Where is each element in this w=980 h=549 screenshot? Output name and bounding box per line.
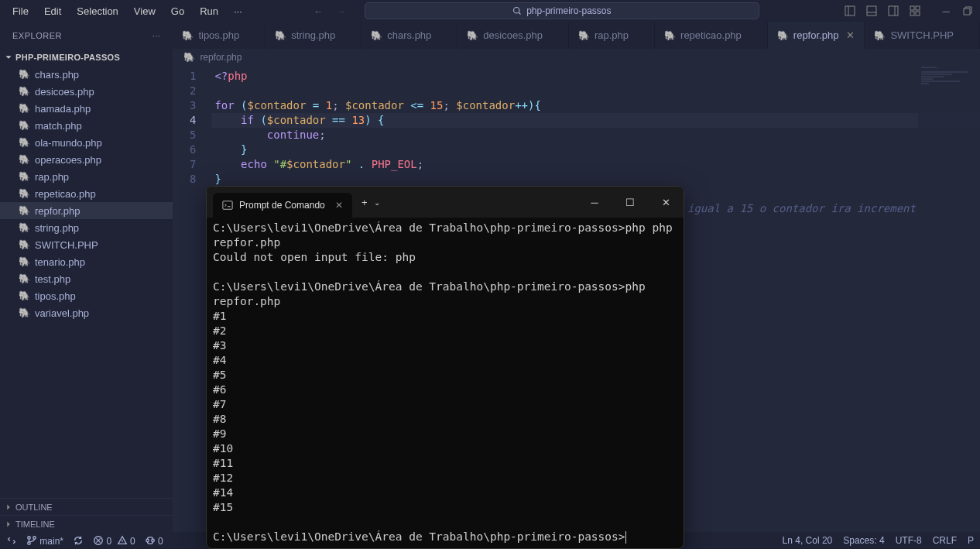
layout-panel-icon[interactable] <box>865 5 878 17</box>
editor-tab[interactable]: 🐘rap.php✕ <box>569 22 655 49</box>
command-center[interactable]: php-primeiro-passos <box>365 2 759 19</box>
php-icon: 🐘 <box>371 30 382 41</box>
file-item[interactable]: 🐘match.php <box>0 117 173 134</box>
code-line[interactable]: for ($contador = 1; $contador <= 15; $co… <box>211 98 980 113</box>
terminal-minimize-icon[interactable]: ─ <box>577 190 612 214</box>
file-name: tenario.php <box>35 256 85 268</box>
file-item[interactable]: 🐘repeticao.php <box>0 185 173 202</box>
terminal-dropdown-icon[interactable]: ⌄ <box>374 198 380 207</box>
php-icon: 🐘 <box>182 30 194 41</box>
menu-view[interactable]: View <box>128 2 162 20</box>
editor-tab[interactable]: 🐘desicoes.php✕ <box>457 22 569 49</box>
code-line[interactable]: } <box>211 172 980 187</box>
svg-rect-5 <box>916 6 920 10</box>
php-icon: 🐘 <box>19 188 30 199</box>
cursor-position[interactable]: Ln 4, Col 20 <box>783 535 833 546</box>
php-icon: 🐘 <box>874 30 886 41</box>
code-line[interactable] <box>211 84 980 98</box>
code-line[interactable]: continue; <box>211 128 980 142</box>
editor-tab[interactable]: 🐘repeticao.php✕ <box>655 22 768 49</box>
timeline-section[interactable]: TIMELINE <box>0 515 173 532</box>
cmd-icon <box>222 200 233 211</box>
php-icon: 🐘 <box>19 120 30 131</box>
menu-file[interactable]: File <box>6 2 35 20</box>
file-item[interactable]: 🐘string.php <box>0 219 173 236</box>
editor-tab[interactable]: 🐘tipos.php✕ <box>173 22 266 49</box>
git-sync[interactable]: 0↓ 0↑ <box>73 535 84 547</box>
line-number: 1 <box>173 69 196 84</box>
folder-header[interactable]: PHP-PRIMEIRO-PASSOS <box>0 49 173 66</box>
line-number: 3 <box>173 98 196 113</box>
svg-rect-2 <box>867 6 876 15</box>
eol[interactable]: CRLF <box>933 535 957 546</box>
file-item[interactable]: 🐘tipos.php <box>0 287 173 304</box>
window-minimize-icon[interactable]: ─ <box>940 5 952 17</box>
tab-label: desicoes.php <box>483 29 543 41</box>
file-item[interactable]: 🐘repfor.php <box>0 202 173 219</box>
file-name: rap.php <box>35 171 69 183</box>
code-line[interactable]: } <box>211 142 980 157</box>
file-item[interactable]: 🐘variavel.php <box>0 304 173 321</box>
layout-primary-icon[interactable] <box>844 5 856 17</box>
window-restore-icon[interactable] <box>961 5 974 17</box>
code-comment: or ou igual a 15 o contador ira incremen… <box>648 202 916 214</box>
timeline-label: TIMELINE <box>15 520 55 529</box>
php-icon: 🐘 <box>777 30 789 41</box>
file-item[interactable]: 🐘hamada.php <box>0 100 173 117</box>
php-icon: 🐘 <box>275 30 286 41</box>
terminal-tab[interactable]: Prompt de Comando ✕ <box>213 193 352 218</box>
terminal-tab-close-icon[interactable]: ✕ <box>335 200 343 211</box>
problems[interactable]: 0 0 <box>93 535 135 547</box>
menu-selection[interactable]: Selection <box>70 2 124 20</box>
menu-go[interactable]: Go <box>165 2 190 20</box>
file-item[interactable]: 🐘operacoes.php <box>0 151 173 168</box>
svg-rect-4 <box>910 6 914 10</box>
file-item[interactable]: 🐘tenario.php <box>0 253 173 270</box>
editor-tab[interactable]: 🐘repfor.php✕ <box>768 22 865 49</box>
indentation[interactable]: Spaces: 4 <box>843 535 884 546</box>
code-line[interactable]: echo "#$contador" . PHP_EOL; <box>211 157 980 172</box>
file-item[interactable]: 🐘chars.php <box>0 66 173 83</box>
nav-forward-icon[interactable]: → <box>336 5 346 17</box>
minimap[interactable] <box>918 66 980 221</box>
php-icon: 🐘 <box>19 205 30 216</box>
editor-tab[interactable]: 🐘SWITCH.PHP✕ <box>865 22 980 49</box>
layout-customize-icon[interactable] <box>909 5 921 17</box>
breadcrumb[interactable]: 🐘 repfor.php <box>173 49 980 66</box>
terminal-maximize-icon[interactable]: ☐ <box>612 190 648 214</box>
file-item[interactable]: 🐘rap.php <box>0 168 173 185</box>
php-icon: 🐘 <box>19 290 30 301</box>
tab-label: SWITCH.PHP <box>890 29 954 41</box>
code-line[interactable]: if ($contador == 13) { <box>211 113 980 128</box>
git-branch[interactable]: main* <box>26 535 63 547</box>
menu-edit[interactable]: Edit <box>38 2 67 20</box>
remote-icon[interactable] <box>6 535 17 546</box>
code-line[interactable]: <?php <box>211 69 980 84</box>
svg-point-0 <box>514 8 520 14</box>
svg-rect-8 <box>964 9 970 15</box>
terminal-close-icon[interactable]: ✕ <box>648 190 684 214</box>
editor-tab[interactable]: 🐘string.php✕ <box>266 22 362 49</box>
tab-label: string.php <box>291 29 335 41</box>
file-item[interactable]: 🐘test.php <box>0 270 173 287</box>
ports[interactable]: 0 <box>145 535 163 547</box>
editor-tabs: 🐘tipos.php✕🐘string.php✕🐘chars.php✕🐘desic… <box>173 22 980 49</box>
tab-close-icon[interactable]: ✕ <box>846 29 855 41</box>
outline-section[interactable]: OUTLINE <box>0 498 173 515</box>
editor-tab[interactable]: 🐘chars.php✕ <box>362 22 457 49</box>
line-number: 6 <box>173 142 196 157</box>
layout-secondary-icon[interactable] <box>887 5 899 17</box>
menu-overflow[interactable]: ··· <box>228 2 248 20</box>
terminal-titlebar[interactable]: Prompt de Comando ✕ + ⌄ ─ ☐ ✕ <box>207 187 684 218</box>
svg-point-13 <box>146 539 149 542</box>
file-item[interactable]: 🐘ola-mundo.php <box>0 134 173 151</box>
language-mode[interactable]: P <box>968 535 974 546</box>
file-item[interactable]: 🐘desicoes.php <box>0 83 173 100</box>
menu-run[interactable]: Run <box>194 2 224 20</box>
terminal-body[interactable]: C:\Users\levi1\OneDrive\Área de Trabalho… <box>207 218 684 548</box>
terminal-new-tab-icon[interactable]: + <box>362 197 368 208</box>
explorer-more-icon[interactable]: ··· <box>152 31 161 40</box>
nav-back-icon[interactable]: ← <box>314 5 324 17</box>
file-item[interactable]: 🐘SWITCH.PHP <box>0 236 173 253</box>
encoding[interactable]: UTF-8 <box>896 535 922 546</box>
